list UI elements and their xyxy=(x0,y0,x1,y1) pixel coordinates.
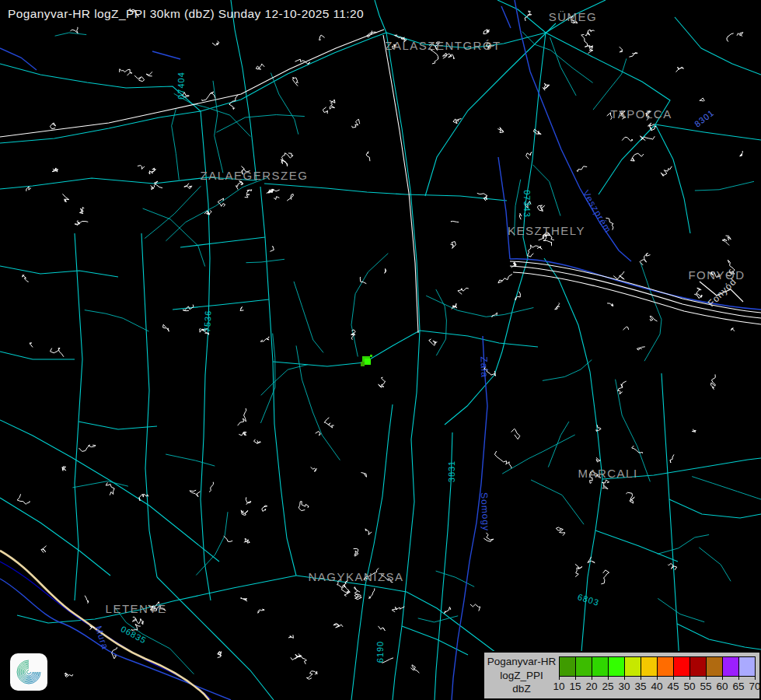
legend-tick-label: 45 xyxy=(667,681,679,692)
legend-tick-mark xyxy=(706,676,707,680)
legend-tick-label: 65 xyxy=(732,681,744,692)
legend-tick-mark xyxy=(657,676,658,680)
legend-color-cell xyxy=(625,657,641,676)
legend-color-cell xyxy=(723,657,739,676)
legend-station: Poganyvar-HR xyxy=(487,655,557,669)
legend-tick-label: 35 xyxy=(634,681,646,692)
legend-tick-mark xyxy=(592,676,592,680)
rivers-borders-layer xyxy=(0,0,761,700)
legend-color-cell xyxy=(658,657,674,676)
legend-color-cell xyxy=(739,657,755,676)
legend-tick-mark xyxy=(689,676,690,680)
settlement-outlines-layer xyxy=(17,9,743,680)
legend-caption: Poganyvar-HR logZ_PPI dbZ xyxy=(484,653,559,698)
legend-color-cell xyxy=(592,657,609,676)
dbz-legend: Poganyvar-HR logZ_PPI dbZ 10152025303540… xyxy=(483,651,761,700)
legend-color-cell xyxy=(576,657,592,676)
minor-roads-layer xyxy=(55,32,761,674)
legend-color-cell xyxy=(609,657,625,676)
legend-tick-mark xyxy=(738,676,739,680)
legend-tick-label: 70 xyxy=(749,681,760,692)
legend-color-cell xyxy=(707,657,723,676)
legend-tick-label: 20 xyxy=(585,681,597,692)
legend-tick-mark xyxy=(722,676,723,680)
legend-tick-mark xyxy=(559,676,560,680)
settlements-railways-layer xyxy=(0,30,761,333)
met-logo xyxy=(10,653,47,691)
precip-echo xyxy=(361,355,372,366)
radar-viewer: SÜMEGZALASZENTGRÓTTAPOLCAZALAEGERSZEGKES… xyxy=(0,0,761,700)
legend-tick-label: 10 xyxy=(553,681,564,692)
spiral-vortex-icon xyxy=(13,656,44,688)
legend-tick-label: 15 xyxy=(569,681,581,692)
legend-tick-mark xyxy=(755,676,756,680)
roads-layer xyxy=(0,0,761,700)
legend-tick-mark xyxy=(608,676,609,680)
legend-product: logZ_PPI xyxy=(500,669,543,683)
legend-tick-mark xyxy=(673,676,674,680)
product-title: Poganyvar-HR logZ_PPI 30km (dbZ) Sunday … xyxy=(8,7,364,21)
legend-color-cell xyxy=(641,657,658,676)
legend-tick-labels: 10152025303540455055606570 xyxy=(559,676,756,698)
radar-map xyxy=(0,0,761,700)
legend-tick-mark xyxy=(575,676,576,680)
legend-tick-label: 60 xyxy=(716,681,728,692)
legend-color-cell xyxy=(690,657,707,676)
legend-tick-label: 50 xyxy=(683,681,695,692)
legend-color-cell xyxy=(560,657,576,676)
legend-colorbar: 10152025303540455055606570 xyxy=(559,653,759,698)
legend-tick-mark xyxy=(624,676,625,680)
legend-unit: dbZ xyxy=(512,682,530,696)
legend-color-cells xyxy=(559,656,756,677)
legend-tick-mark xyxy=(641,676,641,680)
legend-color-cell xyxy=(674,657,690,676)
legend-tick-label: 25 xyxy=(602,681,613,692)
legend-tick-label: 40 xyxy=(651,681,662,692)
legend-tick-label: 30 xyxy=(618,681,630,692)
legend-tick-label: 55 xyxy=(700,681,711,692)
